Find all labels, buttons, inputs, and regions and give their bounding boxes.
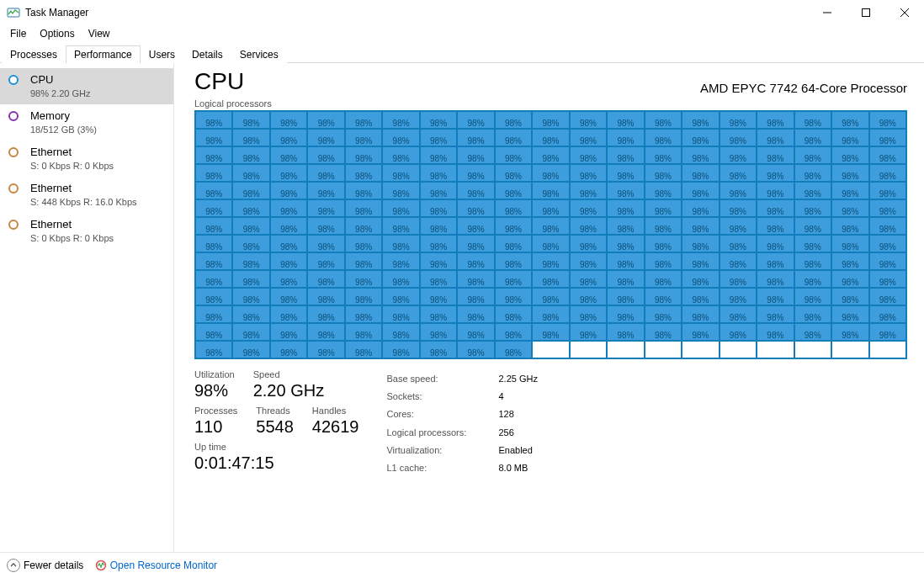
sidebar-cpu-title: CPU	[30, 73, 91, 87]
lp-cell: 98%	[869, 270, 906, 288]
lp-cell: 98%	[869, 199, 906, 217]
sidebar-item-ethernet-2[interactable]: Ethernet S: 0 Kbps R: 0 Kbps	[0, 213, 173, 249]
tab-details[interactable]: Details	[183, 45, 231, 63]
l1-label: L1 cache:	[385, 460, 496, 476]
lp-cell: 98%	[457, 288, 494, 305]
lp-cell: 98%	[607, 129, 644, 146]
lp-cell: 98%	[645, 217, 682, 235]
lp-cell: 98%	[720, 129, 757, 146]
lp-cell: 98%	[457, 217, 494, 235]
lp-cell: 98%	[720, 111, 757, 129]
lp-cell: 98%	[607, 252, 644, 270]
lp-cell: 98%	[457, 146, 494, 164]
lp-cell: 98%	[382, 288, 419, 305]
lp-cell: 98%	[495, 235, 532, 252]
lp-cell: 98%	[757, 323, 794, 341]
threads-value: 5548	[256, 417, 294, 437]
sidebar-item-cpu[interactable]: CPU 98% 2.20 GHz	[0, 68, 173, 104]
l1-value: 8.0 MB	[497, 460, 538, 476]
lp-cell: 98%	[831, 305, 868, 323]
lp-cell: 98%	[645, 288, 682, 305]
lp-cell: 98%	[682, 217, 719, 235]
lp-cell: 98%	[532, 129, 569, 146]
lp-cell: 98%	[570, 235, 607, 252]
sidebar-item-ethernet-1[interactable]: Ethernet S: 448 Kbps R: 16.0 Kbps	[0, 177, 173, 213]
utilization-label: Utilization	[194, 369, 235, 379]
lp-cell: 98%	[757, 146, 794, 164]
lp-cell: 98%	[270, 129, 307, 146]
lp-cell: 98%	[307, 288, 344, 305]
sidebar-eth0-sub: S: 0 Kbps R: 0 Kbps	[30, 160, 114, 172]
lp-cell: 98%	[794, 305, 831, 323]
lp-cell: 98%	[831, 129, 868, 146]
lp-cell: 98%	[307, 111, 344, 129]
lp-cell: 98%	[457, 129, 494, 146]
lp-cell: 98%	[757, 270, 794, 288]
lp-cell: 98%	[720, 217, 757, 235]
lp-cell: 98%	[345, 217, 382, 235]
lp-cell: 98%	[607, 270, 644, 288]
lp-cell: 98%	[495, 199, 532, 217]
lp-cell: 98%	[720, 288, 757, 305]
lp-cell: 98%	[794, 146, 831, 164]
lp-cell: 98%	[195, 270, 232, 288]
menu-options[interactable]: Options	[33, 26, 81, 41]
stats-section: Utilization 98% Speed 2.20 GHz Processes…	[194, 369, 907, 478]
cores-label: Cores:	[385, 406, 496, 422]
maximize-button[interactable]	[847, 0, 885, 25]
tab-users[interactable]: Users	[141, 45, 183, 63]
lp-cell: 98%	[794, 111, 831, 129]
footer: Fewer details Open Resource Monitor	[0, 552, 924, 578]
sidebar-item-ethernet-0[interactable]: Ethernet S: 0 Kbps R: 0 Kbps	[0, 141, 173, 177]
fewer-details-button[interactable]: Fewer details	[7, 559, 83, 572]
lp-cell: 98%	[757, 305, 794, 323]
app-icon	[7, 6, 20, 19]
lp-cell: 98%	[495, 270, 532, 288]
open-resource-monitor-link[interactable]: Open Resource Monitor	[95, 559, 217, 572]
lp-cell: 98%	[382, 182, 419, 199]
title-bar: Task Manager	[0, 0, 924, 25]
lp-cell: 98%	[420, 341, 457, 358]
lp-cell: 98%	[607, 235, 644, 252]
cpu-icon	[8, 75, 22, 88]
lp-cell: 98%	[607, 305, 644, 323]
lp-cell: 98%	[532, 305, 569, 323]
tab-services[interactable]: Services	[231, 45, 287, 63]
lp-cell: 98%	[307, 305, 344, 323]
lp-cell: 98%	[270, 111, 307, 129]
logical-processors-grid[interactable]: 98%98%98%98%98%98%98%98%98%98%98%98%98%9…	[194, 110, 907, 359]
uptime-value: 0:01:47:15	[194, 453, 358, 473]
sidebar-item-memory[interactable]: Memory 18/512 GB (3%)	[0, 104, 173, 141]
close-button[interactable]	[885, 0, 924, 25]
lp-cell: 98%	[794, 129, 831, 146]
lp-cell: 98%	[645, 182, 682, 199]
menu-view[interactable]: View	[82, 26, 117, 41]
lp-cell: 98%	[794, 217, 831, 235]
lp-cell: 98%	[831, 270, 868, 288]
lp-cell: 98%	[495, 146, 532, 164]
lp-cell: 98%	[720, 305, 757, 323]
lp-cell: 98%	[607, 288, 644, 305]
menu-file[interactable]: File	[3, 26, 33, 41]
tab-processes[interactable]: Processes	[2, 45, 66, 63]
lp-cell: 98%	[232, 199, 269, 217]
lp-cell: 98%	[232, 252, 269, 270]
lp-cell: 98%	[570, 111, 607, 129]
lp-cell: 98%	[382, 235, 419, 252]
lp-cell: 98%	[645, 199, 682, 217]
lp-cell: 98%	[382, 129, 419, 146]
lp-cell	[607, 341, 644, 358]
lp-cell: 98%	[232, 111, 269, 129]
lp-cell: 98%	[532, 235, 569, 252]
lp-cell: 98%	[307, 270, 344, 288]
lp-cell: 98%	[232, 341, 269, 358]
lp-cell: 98%	[420, 164, 457, 182]
lp-cell	[532, 341, 569, 358]
lp-cell: 98%	[232, 217, 269, 235]
lp-cell: 98%	[532, 199, 569, 217]
minimize-button[interactable]	[808, 0, 847, 25]
tab-performance[interactable]: Performance	[66, 45, 141, 63]
lp-cell: 98%	[645, 129, 682, 146]
lp-cell: 98%	[495, 129, 532, 146]
lp-cell: 98%	[831, 323, 868, 341]
